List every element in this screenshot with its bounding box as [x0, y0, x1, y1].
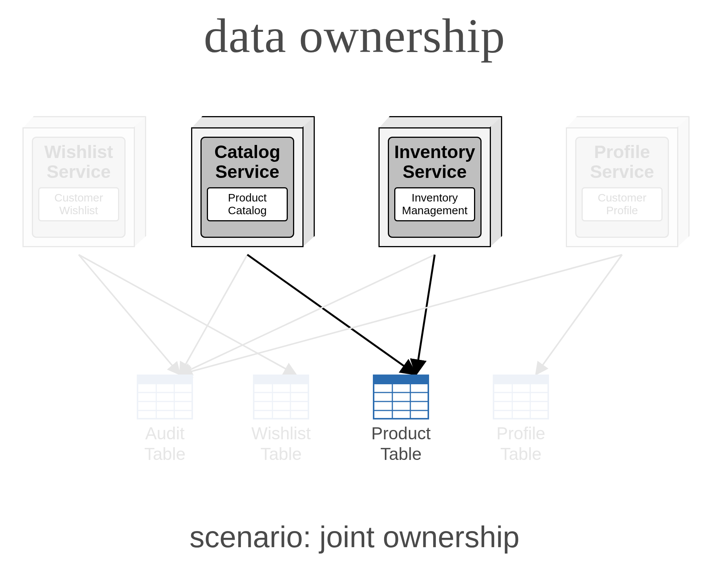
- service-name: InventoryService: [394, 142, 475, 182]
- service-component: CustomerProfile: [582, 187, 663, 221]
- table-audit-table: AuditTable: [124, 375, 206, 464]
- svg-rect-22: [494, 375, 548, 384]
- arrow-catalog-service-to-audit-table: [180, 255, 247, 375]
- svg-rect-1: [138, 375, 192, 384]
- table-name: ProductTable: [360, 423, 442, 464]
- page-title: data ownership: [0, 7, 709, 64]
- table-icon: [253, 375, 309, 419]
- arrow-wishlist-service-to-wishlist-table: [79, 255, 296, 375]
- svg-rect-8: [254, 375, 308, 384]
- service-name: CatalogService: [214, 142, 280, 182]
- service-catalog-service: CatalogServiceProductCatalog: [191, 116, 315, 247]
- table-product-table: ProductTable: [360, 375, 442, 464]
- table-profile-table: ProfileTable: [480, 375, 562, 464]
- service-name: ProfileService: [590, 142, 654, 182]
- service-component: ProductCatalog: [207, 187, 288, 221]
- arrow-profile-service-to-audit-table: [180, 255, 622, 375]
- service-wishlist-service: WishlistServiceCustomerWishlist: [22, 116, 146, 247]
- slide: data ownership WishlistServiceCustomerWi…: [0, 0, 709, 588]
- arrows-layer: [0, 0, 709, 588]
- table-name: AuditTable: [124, 423, 206, 464]
- table-icon: [493, 375, 549, 419]
- arrow-inventory-service-to-product-table: [416, 255, 435, 375]
- service-inventory-service: InventoryServiceInventoryManagement: [378, 116, 502, 247]
- arrow-inventory-service-to-audit-table: [180, 255, 435, 375]
- subtitle: scenario: joint ownership: [0, 520, 709, 554]
- table-icon: [137, 375, 193, 419]
- table-icon: [373, 375, 429, 419]
- arrow-catalog-service-to-product-table: [247, 255, 416, 375]
- service-name: WishlistService: [44, 142, 113, 182]
- service-component: CustomerWishlist: [38, 187, 119, 221]
- arrow-wishlist-service-to-audit-table: [79, 255, 180, 375]
- service-component: InventoryManagement: [394, 187, 475, 221]
- table-name: WishlistTable: [240, 423, 322, 464]
- service-profile-service: ProfileServiceCustomerProfile: [566, 116, 690, 247]
- table-name: ProfileTable: [480, 423, 562, 464]
- svg-rect-15: [374, 375, 428, 384]
- table-wishlist-table: WishlistTable: [240, 375, 322, 464]
- arrow-profile-service-to-profile-table: [536, 255, 622, 375]
